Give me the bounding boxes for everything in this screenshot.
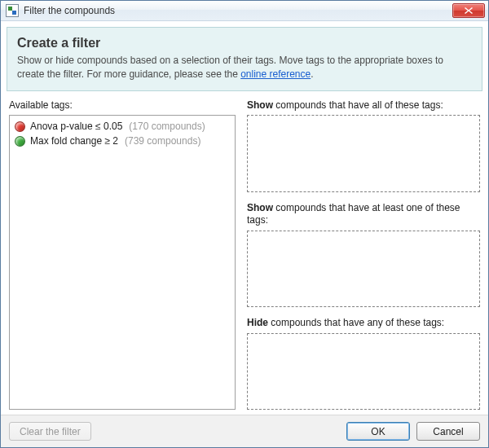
tag-count: (739 compounds) (125, 135, 200, 147)
online-reference-link[interactable]: online reference (240, 68, 311, 80)
label-bold: Show (247, 99, 273, 111)
app-icon (6, 4, 19, 17)
dialog-window: Filter the compounds Create a filter Sho… (0, 0, 489, 448)
label-rest: compounds that have all of these tags: (273, 99, 443, 111)
label-rest: compounds that have at least one of thes… (247, 202, 460, 226)
tag-color-icon (15, 136, 25, 147)
close-button[interactable] (452, 3, 485, 18)
tag-item[interactable]: Max fold change ≥ 2(739 compounds) (15, 134, 230, 148)
tag-name: Max fold change ≥ 2 (30, 135, 118, 147)
tag-color-icon (15, 121, 25, 132)
tag-name: Anova p-value ≤ 0.05 (30, 121, 122, 132)
content-area: Available tags: Anova p-value ≤ 0.05(170… (1, 91, 488, 415)
banner-text-part: Show or hide compounds based on a select… (17, 55, 443, 79)
cancel-button[interactable]: Cancel (416, 422, 480, 441)
ok-button[interactable]: OK (346, 422, 410, 441)
target-column: Show compounds that have all of these ta… (247, 99, 480, 410)
label-rest: compounds that have any of these tags: (268, 317, 444, 328)
dialog-footer: Clear the filter OK Cancel (1, 415, 488, 447)
available-column: Available tags: Anova p-value ≤ 0.05(170… (9, 99, 236, 410)
available-tags-label: Available tags: (9, 99, 236, 112)
hide-dropzone[interactable] (247, 333, 480, 410)
banner-text: Show or hide compounds based on a select… (17, 54, 472, 80)
show-any-dropzone[interactable] (247, 231, 480, 307)
banner-heading: Create a filter (17, 36, 472, 51)
clear-filter-button[interactable]: Clear the filter (9, 422, 91, 441)
show-all-label: Show compounds that have all of these ta… (247, 99, 480, 112)
label-bold: Show (247, 202, 273, 213)
show-all-dropzone[interactable] (247, 115, 480, 191)
tag-count: (170 compounds) (129, 121, 205, 132)
label-bold: Hide (247, 317, 268, 328)
titlebar[interactable]: Filter the compounds (1, 1, 488, 21)
hide-label: Hide compounds that have any of these ta… (247, 317, 480, 330)
close-icon (465, 7, 473, 14)
banner-text-part: . (311, 68, 313, 80)
window-title: Filter the compounds (24, 5, 115, 16)
available-tags-list[interactable]: Anova p-value ≤ 0.05(170 compounds)Max f… (9, 115, 236, 410)
tag-item[interactable]: Anova p-value ≤ 0.05(170 compounds) (15, 119, 230, 134)
show-any-label: Show compounds that have at least one of… (247, 202, 480, 227)
info-banner: Create a filter Show or hide compounds b… (7, 27, 482, 90)
